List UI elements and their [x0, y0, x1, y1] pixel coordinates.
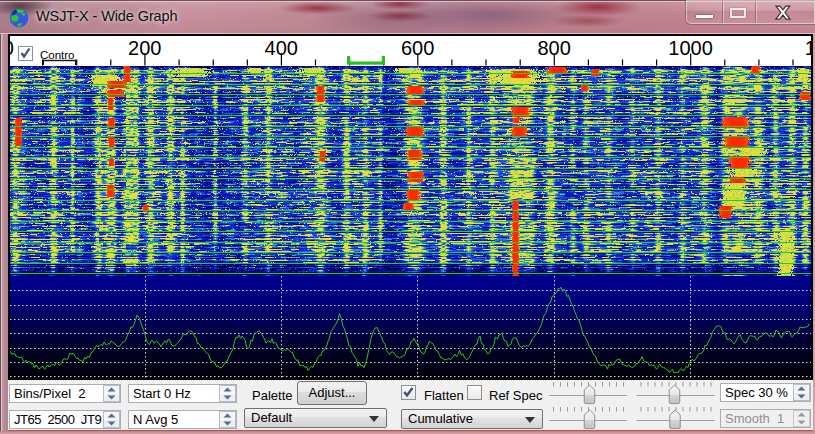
svg-text:Contro: Contro: [40, 49, 75, 61]
